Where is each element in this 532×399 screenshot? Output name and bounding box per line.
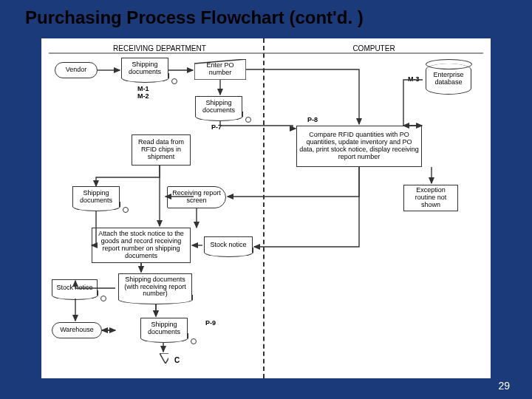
flowchart-area: RECEIVING DEPARTMENT COMPUTER Vendor Shi… <box>41 38 491 378</box>
page-number: 29 <box>498 380 510 392</box>
slide-title: Purchasing Process Flowchart (cont'd. ) <box>25 7 364 28</box>
flow-arrows <box>41 38 491 378</box>
